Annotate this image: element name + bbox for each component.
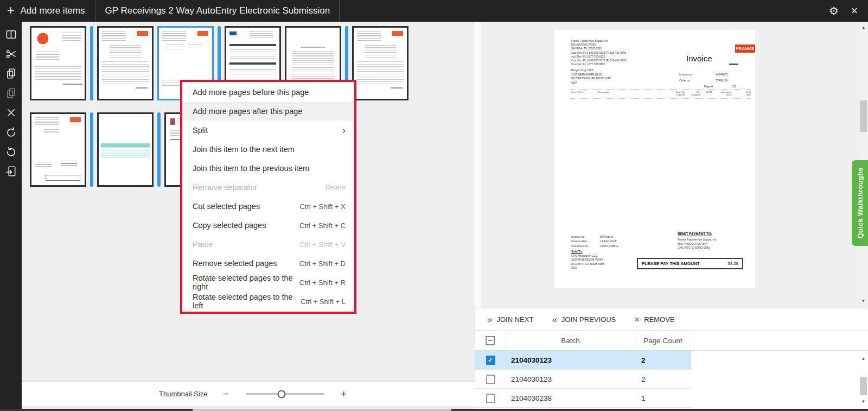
zoom-out-button[interactable]: −: [221, 389, 232, 399]
remove-x-icon: [5, 106, 17, 119]
close-icon: ×: [851, 4, 858, 18]
toolbar-button-label: JOIN PREVIOUS: [561, 315, 616, 324]
col-line-part: Line # Part #: [571, 91, 584, 93]
copy-button[interactable]: [0, 64, 22, 83]
sold-to-address: GPS Hospitality, LLC. 2100 RIVEREDGE PKW…: [571, 254, 604, 270]
gear-icon: ⚙: [829, 4, 839, 17]
scrollbar-thumb[interactable]: [860, 100, 867, 132]
cut-button[interactable]: [0, 44, 22, 64]
remit-address: Franke Foodservice Supply, Inc 8007 INNO…: [678, 238, 716, 250]
page-thumbnail-content: [99, 28, 152, 99]
page-count-cell: 2: [635, 375, 691, 383]
batch-row[interactable]: ✓21040301232: [475, 351, 691, 370]
page-thumbnail[interactable]: [97, 112, 154, 187]
toolbar-button-label: JOIN NEXT: [496, 315, 533, 324]
plus-icon: +: [7, 4, 14, 17]
preview-panel: Franke Foodservice Supply, Inc 800 AVIAT…: [481, 22, 868, 308]
document-tab[interactable]: GP Receivings 2 Way AutoEntry Electronic…: [95, 0, 340, 22]
context-menu-item[interactable]: Remove selected pagesCtrl + Shift + D: [182, 254, 354, 273]
context-menu-item[interactable]: Add more pages before this page: [182, 83, 354, 102]
item-separator[interactable]: [90, 112, 93, 187]
scrollbar-thumb[interactable]: [860, 377, 867, 395]
batch-table-scrollbar[interactable]: ▲ ▼: [859, 353, 868, 408]
menu-item-label: Remove selected pages: [193, 259, 299, 268]
page-count-column-header[interactable]: Page Count: [635, 331, 691, 350]
context-menu-item[interactable]: Copy selected pagesCtrl + Shift + C: [182, 216, 354, 235]
please-pay-box: PLEASE PAY THIS AMOUNT 34.38: [637, 258, 743, 269]
menu-item-shortcut: Ctrl + Shift + C: [299, 222, 346, 230]
batch-table-header: − Batch Page Count: [475, 330, 868, 351]
join-previous-button[interactable]: «JOIN PREVIOUS: [552, 315, 616, 324]
batch-cell: 2104030238: [506, 394, 635, 402]
batch-row[interactable]: 21040302381: [475, 389, 691, 408]
col-description: Description: [598, 91, 610, 93]
context-menu-item[interactable]: Join this item to the next item: [182, 140, 354, 159]
menu-item-label: Join this item to the previous item: [193, 164, 346, 173]
thumbnail-size-slider[interactable]: [246, 393, 324, 395]
invoice-header-labels: Invoice no: Order no:: [679, 72, 692, 84]
page-thumbnail[interactable]: [30, 112, 86, 187]
add-more-items-button[interactable]: + Add more items: [0, 0, 95, 22]
batch-table-body: ✓210403012322104030123221040302381: [475, 351, 868, 408]
check-icon: ✓: [488, 357, 493, 363]
document-title: GP Receivings 2 Way AutoEntry Electronic…: [105, 5, 330, 16]
export-button[interactable]: [0, 161, 22, 181]
menu-item-label: Remove separator: [193, 183, 325, 192]
remove-button[interactable]: ×REMOVE: [634, 315, 674, 324]
cut-icon: [5, 48, 17, 60]
menu-item-shortcut: Ctrl + Shift + D: [299, 260, 346, 268]
menu-item-shortcut: Ctrl + Shift + R: [299, 279, 346, 287]
context-menu-item[interactable]: Rotate selected pages to the rightCtrl +…: [182, 273, 354, 292]
page-thumbnail-content: [31, 114, 85, 185]
join-next-button[interactable]: »JOIN NEXT: [487, 315, 533, 324]
slider-thumb[interactable]: [278, 390, 286, 398]
menu-item-shortcut: Ctrl + Shift + L: [301, 298, 346, 306]
close-button[interactable]: ×: [844, 0, 865, 22]
item-separator[interactable]: [90, 26, 93, 100]
scroll-down-icon[interactable]: ▼: [859, 399, 868, 404]
batch-cell: 2104030123: [506, 375, 635, 383]
col-uom: UOM: [706, 91, 712, 93]
menu-item-label: Paste: [193, 240, 299, 249]
page-thumbnail-content: [31, 28, 85, 99]
batch-column-header[interactable]: Batch: [506, 331, 635, 350]
split-pages-button[interactable]: [0, 24, 22, 44]
scroll-down-icon[interactable]: ▼: [859, 299, 868, 303]
table-rule-top: [571, 89, 751, 90]
menu-item-label: Rotate selected pages to the right: [193, 274, 299, 291]
batch-panel: »JOIN NEXT«JOIN PREVIOUS×REMOVE − Batch …: [475, 308, 868, 411]
page-number-value: 2/2: [732, 85, 736, 88]
context-menu-item[interactable]: Split›: [182, 121, 354, 140]
row-checkbox[interactable]: [486, 394, 495, 403]
page-thumbnail[interactable]: [30, 26, 86, 100]
rotate-left-button[interactable]: [0, 122, 22, 142]
context-menu-item[interactable]: Cut selected pagesCtrl + Shift + X: [182, 197, 354, 216]
remove-pages-button[interactable]: [0, 103, 22, 122]
zoom-in-button[interactable]: +: [339, 389, 349, 399]
supplier-address: Franke Foodservice Supply, Inc 800 AVIAT…: [571, 39, 626, 66]
context-menu-item[interactable]: Join this item to the previous item: [182, 159, 354, 178]
page-count-cell: 1: [635, 394, 691, 402]
select-all-checkbox[interactable]: −: [486, 336, 495, 345]
item-separator[interactable]: [157, 112, 161, 187]
top-bar: + Add more items GP Receivings 2 Way Aut…: [0, 0, 868, 22]
page-thumbnail[interactable]: [97, 26, 154, 100]
col-qty-shipped: Qty Shipped: [687, 91, 700, 96]
row-checkbox[interactable]: ✓: [486, 356, 495, 365]
batch-row[interactable]: 21040301232: [475, 370, 691, 389]
scroll-up-icon[interactable]: ▲: [859, 25, 868, 30]
select-all-cell[interactable]: −: [475, 331, 506, 350]
settings-button[interactable]: ⚙: [824, 0, 844, 22]
page-thumbnail-content: [354, 28, 407, 99]
scroll-up-icon[interactable]: ▲: [859, 356, 868, 361]
undo-icon: [5, 126, 17, 138]
rotate-right-button[interactable]: [0, 142, 22, 161]
context-menu-item[interactable]: Rotate selected pages to the leftCtrl + …: [182, 292, 354, 311]
quick-walkthroughs-tab[interactable]: Quick Walkthroughs: [852, 160, 868, 246]
row-checkbox[interactable]: [486, 375, 495, 384]
col-unit-price: Unit price USD: [716, 91, 731, 96]
add-more-items-label: Add more items: [20, 5, 85, 16]
page-thumbnail[interactable]: [352, 26, 409, 100]
copy-icon: [5, 67, 17, 80]
context-menu-item[interactable]: Add more pages after this page: [182, 102, 354, 121]
